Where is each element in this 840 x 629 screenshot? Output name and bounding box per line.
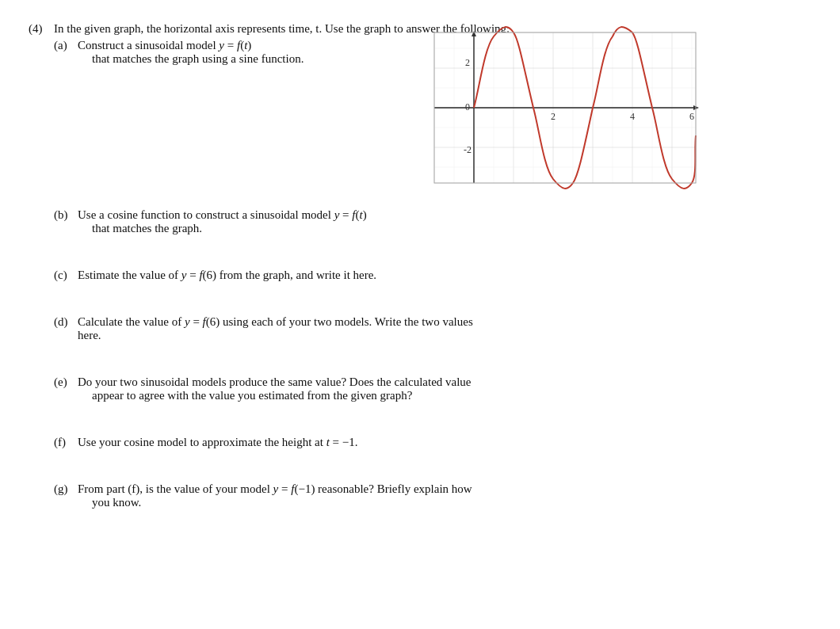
part-a-label: (a)	[54, 39, 78, 66]
part-b-label: (b)	[54, 208, 78, 235]
part-g-line2: you know.	[92, 496, 472, 509]
problem-number: (4)	[29, 22, 54, 36]
part-e-line2: appear to agree with the value you estim…	[92, 389, 472, 402]
svg-text:2: 2	[551, 111, 556, 122]
part-d-line2: here.	[78, 329, 473, 342]
svg-text:0: 0	[465, 101, 470, 112]
part-b-content: Use a cosine function to construct a sin…	[78, 208, 367, 235]
svg-text:4: 4	[630, 111, 635, 122]
part-c-label: (c)	[54, 269, 78, 282]
part-a-container: (a) Construct a sinusoidal model y = f(t…	[54, 39, 811, 194]
part-b-line2: that matches the graph.	[92, 222, 367, 235]
part-b-line1: Use a cosine function to construct a sin…	[78, 208, 367, 222]
part-e-container: (e) Do your two sinusoidal models produc…	[54, 375, 811, 402]
svg-text:-2: -2	[464, 144, 472, 155]
part-e-label: (e)	[54, 375, 78, 402]
svg-text:6: 6	[689, 111, 694, 122]
problem-container: (4) In the given graph, the horizontal a…	[29, 22, 811, 509]
part-d-label: (d)	[54, 315, 78, 342]
part-e-content: Do your two sinusoidal models produce th…	[78, 375, 472, 402]
part-d-container: (d) Calculate the value of y = f(6) usin…	[54, 315, 811, 342]
part-g-line1: From part (f), is the value of your mode…	[78, 482, 472, 496]
graph-container: 2 -2 0 2 4 6	[410, 25, 704, 194]
part-c-content: Estimate the value of y = f(6) from the …	[78, 269, 376, 282]
part-f-container: (f) Use your cosine model to approximate…	[54, 436, 811, 449]
part-a-text-col: (a) Construct a sinusoidal model y = f(t…	[54, 39, 387, 66]
sinusoidal-graph: 2 -2 0 2 4 6	[410, 25, 704, 191]
part-a-content: Construct a sinusoidal model y = f(t) th…	[78, 39, 304, 66]
part-d-content: Calculate the value of y = f(6) using ea…	[78, 315, 473, 342]
part-a-line1: Construct a sinusoidal model y = f(t)	[78, 39, 304, 52]
part-a-line2: that matches the graph using a sine func…	[92, 52, 304, 66]
part-f-content: Use your cosine model to approximate the…	[78, 436, 358, 449]
part-c-container: (c) Estimate the value of y = f(6) from …	[54, 269, 811, 282]
part-d-line1: Calculate the value of y = f(6) using ea…	[78, 315, 473, 329]
part-b-container: (b) Use a cosine function to construct a…	[54, 208, 811, 235]
part-g-label: (g)	[54, 482, 78, 509]
part-g-container: (g) From part (f), is the value of your …	[54, 482, 811, 509]
svg-text:2: 2	[465, 57, 470, 68]
part-g-content: From part (f), is the value of your mode…	[78, 482, 472, 509]
part-e-line1: Do your two sinusoidal models produce th…	[78, 375, 472, 389]
part-f-label: (f)	[54, 436, 78, 449]
